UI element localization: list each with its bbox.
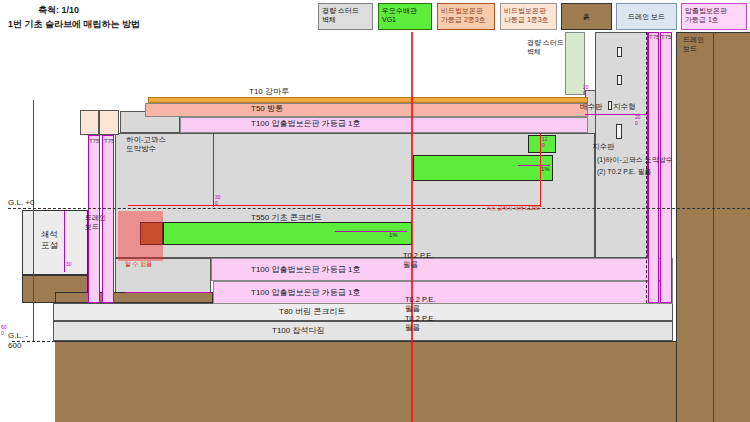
label-floor-insulation: T100 압출법보온판 가등급 1호 <box>251 119 360 129</box>
label-wood-flooring: T10 강마루 <box>249 87 289 97</box>
ground-level-line <box>8 208 750 209</box>
annotation-unknown: 알 수 없음 <box>125 261 152 269</box>
dim-line-left-height <box>33 100 34 341</box>
label-gravel: T100 잡석다짐 <box>272 326 324 336</box>
label-t75-left-2: T75 <box>104 138 114 146</box>
label-foundation-concrete: T550 기초 콘크리트 <box>251 213 322 223</box>
legend-item-xps-insulation: 압출법보온판 가등급 1호 <box>681 3 747 30</box>
lean-concrete-band <box>53 303 673 321</box>
label-pe-film-1: T0.2 P.E. 필름 <box>403 251 433 270</box>
label-ground-level: G.L. +0 <box>8 198 34 208</box>
waterstop-1 <box>617 47 622 57</box>
gravel-band <box>53 321 673 341</box>
annotation-excavation-margin: 기초 굴착지 여백 L1200 <box>486 206 539 212</box>
legend-item-stud-wall: 경량 스터드 벽체 <box>318 3 373 30</box>
label-stud-wall: 경량 스터드 벽체 <box>527 39 564 57</box>
construction-detail-drawing: 축척: 1/10 1번 기초 슬라브에 매립하는 방법 경량 스터드 벽체 우오… <box>0 0 750 422</box>
label-note-2: (2) T0.2 P.E. 필름 <box>597 168 652 177</box>
label-waterstop-type: 지수형 <box>613 102 636 111</box>
label-note-1: (1)하이-고뫄스 도막방수 <box>597 156 673 165</box>
sewer-pipe-upper <box>413 155 553 181</box>
legend-item-drain-board: 드레인 보드 <box>616 3 677 30</box>
drawing-scale: 축척: 1/10 <box>38 5 79 16</box>
dim-120: 12 0 <box>542 137 548 148</box>
label-drain-board-left: 드레인 보드 <box>85 214 106 232</box>
label-pe-film-3: T0.2 P.E. 필름 <box>405 314 435 333</box>
sewer-pipe-main <box>163 222 412 245</box>
waterstop-icon <box>608 101 612 110</box>
mortar-band <box>145 103 588 117</box>
label-pe-film-2: T0.2 P.E. 필름 <box>405 295 435 314</box>
legend-item-soil: 흙 <box>561 3 612 30</box>
dim-line-stone <box>64 210 65 272</box>
left-insulation-cap-1 <box>80 110 99 135</box>
dim-30: 30 <box>66 262 72 268</box>
soil-bottom <box>55 341 750 422</box>
floor-insulation-band <box>180 117 588 133</box>
dim-line-slab <box>213 133 214 207</box>
label-membrane-left: 하이-고뫄스 도막방수 <box>126 135 166 154</box>
issue-highlight-box <box>118 211 163 261</box>
label-slope-upper: 1% <box>541 166 550 174</box>
label-t75-right-1: T75 <box>649 34 659 42</box>
label-underslab-insulation-1: T100 압출법보온판 가등급 1호 <box>251 265 360 275</box>
left-insulation-cap-2 <box>99 110 119 135</box>
label-underslab-insulation-2: T100 압출법보온판 가등급 1호 <box>251 288 360 298</box>
dim-200-wall: 20 0 <box>635 115 641 126</box>
page-title: 1번 기초 슬라브에 매립하는 방법 <box>8 19 140 30</box>
right-insulation-strip-2 <box>660 32 672 303</box>
dim-200-top: 20 0 <box>583 85 589 96</box>
label-t75-left-1: T75 <box>89 138 99 146</box>
soil-left-strip <box>55 292 213 303</box>
legend-item-sewer-pipe: 우오수배관 VG1 <box>378 3 432 30</box>
dim-line-underslab <box>125 292 211 293</box>
label-mortar: T50 방통 <box>251 104 283 114</box>
dim-600: 60 0 <box>1 325 7 336</box>
legend-item-bead-insulation-a: 비드법보온판 가등급 2종3호 <box>437 3 495 30</box>
waterstop-3 <box>616 124 622 139</box>
label-slope-main: 1% <box>389 232 398 240</box>
dim-300: 30 0 <box>215 195 221 206</box>
label-drain-board-right: 드레인 보드 <box>683 36 704 54</box>
red-vertical-line-main <box>411 32 413 422</box>
label-drain-panel: 배수판 <box>580 102 603 111</box>
soil-joint-line <box>713 32 714 422</box>
legend-item-bead-insulation-b: 비드법보온판 나등급 1종3호 <box>500 3 557 30</box>
waterstop-2 <box>617 75 622 85</box>
label-waterstop: 지수판 <box>592 142 615 151</box>
label-crushed-stone: 쇄석 포설 <box>41 229 58 250</box>
label-t75-right-2: T75 <box>661 34 671 42</box>
red-horizontal-line <box>128 205 540 206</box>
label-ground-minus: G.L. - 600 <box>8 331 28 351</box>
label-lean-concrete: T80 버림 콘크리트 <box>279 307 345 317</box>
stud-wall-strip <box>565 32 585 95</box>
